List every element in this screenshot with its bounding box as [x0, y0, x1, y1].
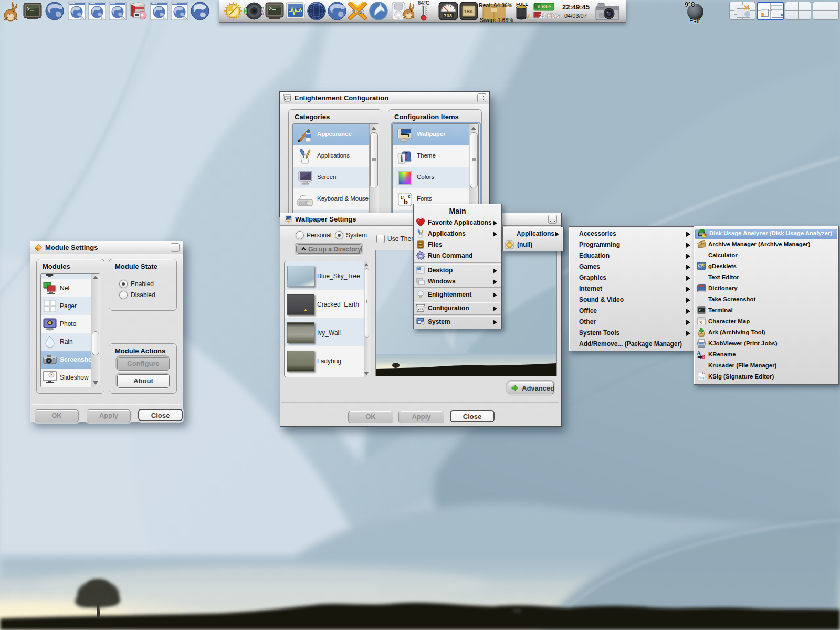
svg-text:04/03/07: 04/03/07	[564, 13, 587, 19]
svg-text:22:49:45: 22:49:45	[562, 3, 590, 11]
svg-text:b: b	[404, 198, 408, 206]
svg-text:uj: uj	[699, 320, 702, 324]
svg-text:733: 733	[444, 14, 452, 19]
svg-text:16%: 16%	[464, 9, 473, 15]
svg-text:B: B	[701, 353, 705, 360]
svg-text:A: A	[697, 350, 701, 356]
svg-text:6 Kb/s: 6 Kb/s	[538, 4, 553, 9]
svg-text:chat: chat	[352, 8, 364, 15]
svg-text:c: c	[408, 194, 411, 199]
svg-text:23 Kb/s: 23 Kb/s	[539, 13, 560, 19]
svg-text:Real: 64.36%: Real: 64.36%	[479, 2, 513, 8]
svg-text:Sig: Sig	[699, 375, 704, 380]
svg-text:Swap: 1.68%: Swap: 1.68%	[480, 17, 513, 23]
